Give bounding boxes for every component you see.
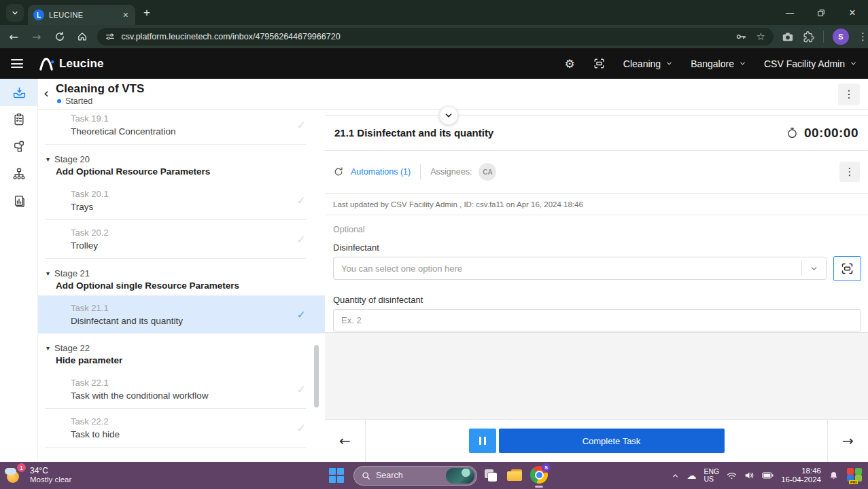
settings-gear-icon[interactable]: ⚙: [565, 57, 575, 71]
chevron-down-icon: [665, 60, 673, 67]
task-list-item[interactable]: Task 22.1 Task with the conditional work…: [38, 370, 325, 408]
disinfectant-select[interactable]: You can select one option here: [333, 257, 827, 280]
wifi-icon[interactable]: [727, 471, 737, 480]
scan-icon[interactable]: [593, 57, 606, 70]
battery-icon[interactable]: [762, 471, 774, 479]
screenshot-camera-icon[interactable]: [782, 31, 794, 43]
tab-search-button[interactable]: [6, 4, 24, 22]
window-restore-button[interactable]: [805, 0, 837, 25]
sidebar-item-workflows[interactable]: [0, 133, 38, 160]
tray-chevron-up-icon[interactable]: [672, 472, 679, 479]
task-list-item[interactable]: Task 20.2 Trolley ✓: [38, 220, 325, 258]
page-title: Cleaning of VTS: [56, 82, 144, 96]
stage-header[interactable]: ▾ Stage 20 Add Optional Resource Paramet…: [38, 145, 325, 181]
assignee-avatar[interactable]: CA: [479, 163, 496, 181]
weather-widget[interactable]: 1 34°C Mostly clear: [4, 465, 71, 486]
stage-id-label: Stage 21: [54, 268, 90, 278]
stage-header[interactable]: ▾ Stage 22 Hide parameter: [38, 333, 325, 370]
window-close-button[interactable]: ×: [837, 0, 868, 25]
volume-icon[interactable]: [744, 471, 754, 480]
divider: [420, 164, 421, 179]
stage-header[interactable]: ▾ Stage 21 Add Optional single Resource …: [38, 259, 325, 295]
tab-close-icon[interactable]: ×: [122, 10, 130, 20]
toolbar-right: S ⋮: [782, 29, 868, 45]
task-list-item[interactable]: Task 22.2 Task to hide ✓: [38, 409, 325, 447]
task-view-button[interactable]: [483, 467, 500, 484]
org-chart-icon: [12, 167, 26, 181]
back-button[interactable]: ‹: [44, 85, 49, 101]
new-tab-button[interactable]: +: [143, 6, 150, 20]
browser-tab-active[interactable]: L LEUCINE ×: [28, 5, 135, 25]
url-bar[interactable]: csv.platform.leucinetech.com/inbox/47956…: [97, 28, 774, 46]
reload-button[interactable]: [50, 27, 69, 46]
sidebar-item-checklists[interactable]: [0, 106, 38, 133]
task-panel-top-strip: [325, 110, 868, 115]
sidebar-item-inbox[interactable]: [0, 79, 38, 106]
automations-link[interactable]: Automations (1): [351, 167, 411, 177]
search-input[interactable]: [376, 471, 446, 480]
chevron-down-icon: [739, 60, 746, 67]
chrome-taskbar-button[interactable]: S: [529, 463, 549, 488]
role-dropdown[interactable]: CSV Facility Admin: [764, 58, 857, 69]
task-menu-button[interactable]: ⋮: [839, 162, 860, 182]
stage-collapse-icon[interactable]: ▾: [46, 344, 50, 352]
pri-app-button[interactable]: PRI: [846, 467, 863, 484]
chevron-down-icon: [444, 111, 453, 120]
password-key-icon[interactable]: [735, 31, 746, 42]
divider: [45, 447, 306, 448]
scan-resource-button[interactable]: [833, 256, 861, 281]
language-indicator[interactable]: ENG US: [704, 468, 719, 483]
home-button[interactable]: [73, 27, 92, 46]
browser-profile-avatar[interactable]: S: [833, 29, 849, 45]
task-name: Disinfectant and its quantity: [71, 316, 297, 326]
task-list-scrollbar[interactable]: [314, 345, 319, 408]
page-titles: Cleaning of VTS Started: [56, 82, 144, 106]
stage-name: Hide parameter: [56, 355, 306, 365]
weather-desc: Mostly clear: [30, 475, 71, 484]
quantity-input[interactable]: [333, 309, 861, 331]
window-minimize-button[interactable]: —: [774, 0, 805, 25]
task-list-item[interactable]: Task 19.1 Theoretical Concentration ✓: [38, 110, 325, 144]
leucine-logo-icon: [38, 56, 54, 71]
sidebar-item-hierarchy[interactable]: [0, 160, 38, 187]
extensions-icon[interactable]: [803, 31, 814, 43]
task-list-item-selected[interactable]: Task 21.1 Disinfectant and its quantity …: [38, 295, 325, 333]
browser-forward-button[interactable]: →: [27, 27, 46, 46]
next-task-button[interactable]: →: [827, 420, 868, 462]
select-chevron[interactable]: [801, 261, 826, 276]
pause-task-button[interactable]: [469, 429, 496, 453]
restore-icon: [817, 9, 825, 17]
chevron-down-icon: [11, 9, 19, 17]
complete-task-button[interactable]: Complete Task: [499, 429, 725, 453]
task-id: Task 21.1: [71, 303, 297, 313]
browser-tabstrip: L LEUCINE × + — ×: [0, 0, 868, 25]
notifications-bell-icon[interactable]: [829, 471, 839, 481]
status-dot-icon: [57, 99, 61, 103]
onedrive-cloud-icon[interactable]: ☁: [687, 470, 696, 481]
task-list-item[interactable]: Task 20.1 Trays ✓: [38, 181, 325, 219]
bookmark-star-icon[interactable]: ☆: [757, 31, 765, 43]
sidebar-item-reports[interactable]: [0, 187, 38, 215]
collapse-header-button[interactable]: [439, 106, 458, 125]
browser-menu-icon[interactable]: ⋮: [858, 31, 868, 43]
search-highlight-image[interactable]: [446, 468, 474, 484]
hamburger-menu-icon[interactable]: [11, 59, 23, 68]
disinfectant-label: Disinfectant: [333, 242, 861, 253]
clipboard-checklist-icon: [12, 113, 26, 126]
process-dropdown[interactable]: Cleaning: [623, 58, 673, 69]
browser-back-button[interactable]: ←: [4, 27, 23, 46]
url-text: csv.platform.leucinetech.com/inbox/47956…: [121, 32, 340, 41]
clock-widget[interactable]: 18:46 16-04-2024: [781, 467, 821, 484]
taskbar-search[interactable]: [353, 466, 477, 486]
stage-name: Add Optional Resource Parameters: [56, 166, 306, 177]
stage-collapse-icon[interactable]: ▾: [46, 156, 50, 163]
location-dropdown[interactable]: Bangalore: [691, 58, 746, 69]
task-complete-check-icon: ✓: [297, 383, 306, 396]
task-timer: 00:00:00: [786, 126, 858, 141]
previous-task-button[interactable]: ←: [325, 420, 366, 462]
start-button[interactable]: [325, 464, 348, 487]
job-menu-button[interactable]: ⋮: [838, 84, 860, 105]
file-explorer-button[interactable]: [506, 467, 523, 484]
stage-collapse-icon[interactable]: ▾: [46, 270, 50, 277]
pri-badge: PRI: [849, 480, 858, 484]
